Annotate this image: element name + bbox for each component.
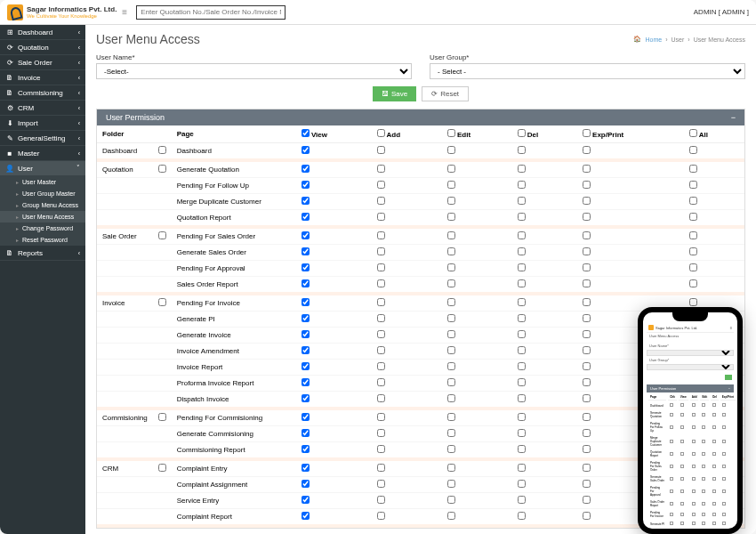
del-checkbox[interactable]: [518, 330, 526, 338]
sub-user-master[interactable]: User Master: [0, 176, 85, 188]
exp-checkbox[interactable]: [583, 165, 591, 173]
view-checkbox[interactable]: [302, 480, 310, 488]
header-exp-checkbox[interactable]: [583, 129, 591, 137]
edit-checkbox[interactable]: [447, 314, 455, 322]
add-checkbox[interactable]: [377, 346, 385, 354]
del-checkbox[interactable]: [518, 464, 526, 472]
usergroup-select[interactable]: - Select -: [430, 63, 745, 79]
edit-checkbox[interactable]: [447, 146, 455, 154]
add-checkbox[interactable]: [377, 314, 385, 322]
nav-import[interactable]: ⬇Import‹: [0, 116, 85, 131]
exp-checkbox[interactable]: [583, 362, 591, 370]
exp-checkbox[interactable]: [583, 146, 591, 154]
folder-checkbox[interactable]: [158, 231, 166, 239]
phone-collapse-icon[interactable]: −: [728, 386, 730, 391]
edit-checkbox[interactable]: [447, 413, 455, 421]
del-checkbox[interactable]: [518, 146, 526, 154]
view-checkbox[interactable]: [302, 378, 310, 386]
del-checkbox[interactable]: [518, 197, 526, 205]
all-checkbox[interactable]: [689, 213, 697, 221]
user-label[interactable]: ADMIN [ ADMIN ]: [694, 8, 749, 16]
add-checkbox[interactable]: [377, 394, 385, 402]
exp-checkbox[interactable]: [583, 413, 591, 421]
del-checkbox[interactable]: [518, 231, 526, 239]
sub-change-password[interactable]: Change Password: [0, 222, 85, 234]
exp-checkbox[interactable]: [583, 346, 591, 354]
edit-checkbox[interactable]: [447, 330, 455, 338]
exp-checkbox[interactable]: [583, 464, 591, 472]
all-checkbox[interactable]: [689, 279, 697, 287]
folder-checkbox[interactable]: [158, 464, 166, 472]
view-checkbox[interactable]: [302, 263, 310, 271]
edit-checkbox[interactable]: [447, 429, 455, 437]
add-checkbox[interactable]: [377, 464, 385, 472]
sub-group-menu-access[interactable]: Group Menu Access: [0, 199, 85, 211]
add-checkbox[interactable]: [377, 165, 385, 173]
del-checkbox[interactable]: [518, 263, 526, 271]
nav-generalsetting[interactable]: ✎GeneralSetting‹: [0, 131, 85, 146]
view-checkbox[interactable]: [302, 231, 310, 239]
exp-checkbox[interactable]: [583, 429, 591, 437]
del-checkbox[interactable]: [518, 445, 526, 453]
nav-dashboard[interactable]: ⊞Dashboard‹: [0, 25, 85, 40]
del-checkbox[interactable]: [518, 362, 526, 370]
edit-checkbox[interactable]: [447, 197, 455, 205]
view-checkbox[interactable]: [302, 165, 310, 173]
edit-checkbox[interactable]: [447, 165, 455, 173]
all-checkbox[interactable]: [689, 197, 697, 205]
view-checkbox[interactable]: [302, 464, 310, 472]
view-checkbox[interactable]: [302, 330, 310, 338]
nav-reports[interactable]: 🗎Reports‹: [0, 246, 85, 261]
del-checkbox[interactable]: [518, 378, 526, 386]
menu-toggle-icon[interactable]: ≡: [122, 7, 127, 17]
exp-checkbox[interactable]: [583, 378, 591, 386]
add-checkbox[interactable]: [377, 181, 385, 189]
del-checkbox[interactable]: [518, 213, 526, 221]
add-checkbox[interactable]: [377, 378, 385, 386]
add-checkbox[interactable]: [377, 197, 385, 205]
all-checkbox[interactable]: [689, 165, 697, 173]
phone-save-button[interactable]: [725, 375, 732, 380]
exp-checkbox[interactable]: [583, 197, 591, 205]
exp-checkbox[interactable]: [583, 213, 591, 221]
add-checkbox[interactable]: [377, 480, 385, 488]
sub-user-menu-access[interactable]: User Menu Access: [0, 211, 85, 222]
view-checkbox[interactable]: [302, 362, 310, 370]
edit-checkbox[interactable]: [447, 298, 455, 306]
nav-user[interactable]: 👤User˅: [0, 161, 85, 176]
edit-checkbox[interactable]: [447, 362, 455, 370]
folder-checkbox[interactable]: [158, 413, 166, 421]
add-checkbox[interactable]: [377, 298, 385, 306]
view-checkbox[interactable]: [302, 496, 310, 504]
exp-checkbox[interactable]: [583, 512, 591, 520]
edit-checkbox[interactable]: [447, 263, 455, 271]
del-checkbox[interactable]: [518, 413, 526, 421]
add-checkbox[interactable]: [377, 213, 385, 221]
add-checkbox[interactable]: [377, 496, 385, 504]
del-checkbox[interactable]: [518, 165, 526, 173]
all-checkbox[interactable]: [689, 181, 697, 189]
folder-checkbox[interactable]: [158, 165, 166, 173]
del-checkbox[interactable]: [518, 279, 526, 287]
edit-checkbox[interactable]: [447, 346, 455, 354]
exp-checkbox[interactable]: [583, 247, 591, 255]
header-add-checkbox[interactable]: [377, 129, 385, 137]
exp-checkbox[interactable]: [583, 231, 591, 239]
add-checkbox[interactable]: [377, 429, 385, 437]
nav-quotation[interactable]: ⟳Quotation‹: [0, 40, 85, 55]
add-checkbox[interactable]: [377, 445, 385, 453]
view-checkbox[interactable]: [302, 146, 310, 154]
exp-checkbox[interactable]: [583, 279, 591, 287]
home-icon[interactable]: 🏠: [633, 36, 641, 43]
edit-checkbox[interactable]: [447, 231, 455, 239]
nav-commisioning[interactable]: 🗎Commisioning‹: [0, 85, 85, 101]
nav-master[interactable]: ■Master‹: [0, 146, 85, 161]
exp-checkbox[interactable]: [583, 480, 591, 488]
view-checkbox[interactable]: [302, 394, 310, 402]
collapse-icon[interactable]: −: [731, 113, 736, 122]
del-checkbox[interactable]: [518, 496, 526, 504]
exp-checkbox[interactable]: [583, 394, 591, 402]
add-checkbox[interactable]: [377, 247, 385, 255]
header-del-checkbox[interactable]: [518, 129, 526, 137]
view-checkbox[interactable]: [302, 298, 310, 306]
